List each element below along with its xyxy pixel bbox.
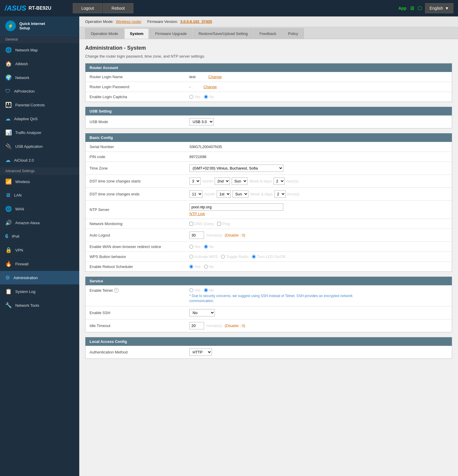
captcha-yes-radio[interactable] [189, 95, 193, 99]
timezone-select[interactable]: (GMT+02:00) Vilnius, Bucharest, Sofia [189, 165, 283, 172]
ping-label[interactable]: Ping [217, 222, 230, 226]
sidebar-item-network-map[interactable]: 🌐 Network Map [0, 43, 79, 57]
dst-end-month-select[interactable]: 11 [189, 190, 203, 198]
dst-start-hour-select[interactable]: 2 [274, 177, 285, 185]
dst-start-day-select[interactable]: Sun [232, 177, 247, 185]
captcha-no-label[interactable]: No [204, 95, 214, 99]
telnet-no-radio[interactable] [204, 288, 208, 292]
dst-start-week-select[interactable]: 2nd [215, 177, 230, 185]
sidebar-item-aicloud[interactable]: ☁ AiCloud 2.0 [0, 153, 79, 167]
ping-checkbox[interactable] [217, 222, 221, 226]
general-section-label: General [0, 36, 79, 43]
sidebar-item-usb-application[interactable]: 🔌 USB Application [0, 140, 79, 153]
dst-end-week-select[interactable]: 1st [217, 190, 231, 198]
sidebar-item-adaptive-qos[interactable]: ☁ Adaptive QoS [0, 112, 79, 126]
login-password-change-link[interactable]: Change [203, 85, 217, 89]
sidebar-item-wireless[interactable]: 📶 Wireless [0, 175, 79, 189]
sidebar-item-aiprotection[interactable]: 🛡 AiProtection [0, 85, 79, 98]
sidebar-item-ipv6[interactable]: 6 IPv6 [0, 230, 79, 243]
ssh-select[interactable]: No Yes LAN only [189, 309, 215, 316]
login-password-cell: - Change [185, 82, 452, 92]
captcha-yes-text: Yes [194, 95, 201, 99]
idle-timeout-input[interactable] [189, 322, 204, 329]
language-button[interactable]: English ▼ [425, 3, 453, 13]
dst-end-hour-select[interactable]: 2 [275, 190, 286, 198]
tab-firmware-upgrade[interactable]: Firmware Upgrade [149, 28, 192, 39]
dst-start-month-select[interactable]: 3 [189, 177, 201, 185]
wps-led-radio[interactable] [252, 255, 256, 259]
dns-query-label[interactable]: DNS Query [189, 222, 214, 226]
sidebar-item-parental-controls[interactable]: 👨‍👩‍👧 Parental Controls [0, 98, 79, 112]
auto-logout-controls: minute(s) (Disable : 0) [189, 232, 448, 239]
ntp-link[interactable]: NTP Link [189, 212, 448, 216]
sidebar-item-label: AiProtection [14, 89, 35, 93]
sidebar-item-network-tools[interactable]: 🔧 Network Tools [0, 299, 79, 312]
sidebar-item-traffic-analyzer[interactable]: 📊 Traffic Analyzer [0, 126, 79, 140]
telnet-yes-radio[interactable] [189, 288, 193, 292]
wan-redirect-yes-radio[interactable] [189, 245, 193, 249]
serial-row: Serial Number S9IG7L200407N35 [85, 142, 452, 152]
telnet-no-label[interactable]: No [204, 288, 214, 292]
reboot-yes-label[interactable]: Yes [189, 264, 201, 269]
auto-logout-input[interactable] [189, 232, 204, 239]
wan-redirect-yes-label[interactable]: Yes [189, 244, 201, 249]
login-name-change-link[interactable]: Change [208, 75, 222, 79]
network-tools-icon: 🔧 [5, 302, 12, 309]
operation-mode-link[interactable]: Wireless router [116, 19, 141, 24]
help-icon[interactable]: ? [114, 288, 119, 293]
firmware-link[interactable]: 3.0.0.6.102_37435 [180, 19, 212, 24]
quick-setup-item[interactable]: ⚡ Quick Internet Setup [0, 16, 79, 36]
vpn-icon: 🔒 [5, 247, 12, 253]
router-account-section: Router Account Router Login Name test Ch… [85, 63, 452, 102]
login-name-label: Router Login Name [85, 72, 185, 82]
wan-redirect-no-text: No [209, 244, 214, 249]
monitor-icon[interactable]: 🖥 [409, 5, 415, 11]
logout-button[interactable]: Logout [73, 3, 102, 13]
reboot-no-text: No [209, 264, 214, 269]
reboot-yes-radio[interactable] [189, 265, 193, 269]
usb-mode-select[interactable]: USB 3.0 USB 2.0 [189, 118, 214, 125]
auth-method-label: Authentication Method [85, 346, 185, 358]
reboot-button[interactable]: Reboot [103, 3, 133, 13]
tab-policy[interactable]: Policy [282, 28, 304, 39]
reboot-scheduler-group: Yes No [189, 264, 448, 269]
reboot-no-radio[interactable] [204, 265, 208, 269]
dns-query-checkbox[interactable] [189, 222, 193, 226]
telnet-yes-label[interactable]: Yes [189, 288, 201, 292]
quick-setup-icon: ⚡ [5, 21, 16, 31]
sidebar-item-amazon-alexa[interactable]: 🔊 Amazon Alexa [0, 216, 79, 230]
sidebar-item-firewall[interactable]: 🔥 Firewall [0, 257, 79, 271]
network-monitoring-cell: DNS Query Ping [185, 219, 452, 229]
auth-method-select[interactable]: HTTP HTTPS [189, 348, 212, 356]
dst-end-day-select[interactable]: Sun [233, 190, 248, 198]
tab-feedback[interactable]: Feedback [254, 28, 282, 39]
wan-redirect-no-radio[interactable] [204, 245, 208, 249]
dst-end-label: DST time zone changes ends [85, 188, 185, 201]
sidebar-item-wan[interactable]: 🌐 WAN [0, 202, 79, 216]
wps-led-text: Turn LED On/Off [257, 254, 285, 259]
network-icon: 🌍 [5, 74, 12, 81]
captcha-no-radio[interactable] [204, 95, 208, 99]
tab-operation-mode[interactable]: Operation Mode [85, 28, 124, 39]
sidebar-item-lan[interactable]: 🖥 LAN [0, 189, 79, 202]
sidebar-item-vpn[interactable]: 🔒 VPN [0, 243, 79, 257]
wps-toggle-label[interactable]: Toggle Radio [221, 254, 248, 259]
tab-restore-save[interactable]: Restore/Save/Upload Setting [193, 28, 253, 39]
sidebar-item-system-log[interactable]: 📋 System Log [0, 285, 79, 299]
ntp-input[interactable] [189, 203, 283, 211]
usb-mode-label: USB Mode [85, 115, 185, 128]
wps-activate-radio[interactable] [189, 255, 193, 259]
captcha-yes-label[interactable]: Yes [189, 95, 201, 99]
sidebar-item-network[interactable]: 🌍 Network [0, 71, 79, 85]
sidebar-item-aimesh[interactable]: 🏠 AiMesh [0, 57, 79, 71]
wan-redirect-no-label[interactable]: No [204, 244, 214, 249]
wps-led-label[interactable]: Turn LED On/Off [252, 254, 285, 259]
reboot-no-label[interactable]: No [204, 264, 214, 269]
usb-icon[interactable]: ⬡ [417, 5, 422, 11]
tab-system[interactable]: System [124, 28, 149, 39]
wps-toggle-radio[interactable] [221, 255, 225, 259]
dst-end-hour-unit: hour(s) [287, 192, 299, 196]
wps-activate-label[interactable]: Activate WPS [189, 254, 218, 259]
sidebar-item-administration[interactable]: ⚙ Administration [0, 271, 79, 285]
auto-logout-unit: minute(s) [206, 233, 222, 237]
